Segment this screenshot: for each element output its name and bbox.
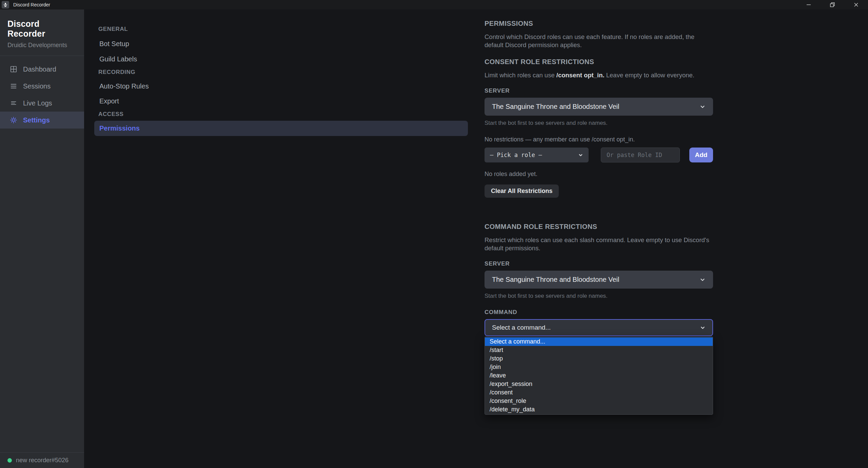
dropdown-option-export-session[interactable]: /export_session: [485, 380, 713, 388]
sidebar-item-label: Settings: [23, 116, 50, 124]
clear-all-restrictions-button[interactable]: Clear All Restrictions: [485, 184, 559, 198]
org-name: Druidic Developments: [7, 42, 77, 49]
permissions-description: Control which Discord roles can use each…: [485, 33, 713, 49]
sidebar-item-label: Sessions: [23, 82, 51, 90]
sidebar-item-dashboard[interactable]: Dashboard: [0, 61, 84, 78]
command-server-label: SERVER: [485, 260, 713, 267]
settings-section-recording: RECORDING: [98, 68, 468, 76]
command-server-select[interactable]: The Sanguine Throne and Bloodstone Veil: [485, 271, 713, 289]
dropdown-option-start[interactable]: /start: [485, 346, 713, 354]
dropdown-option-consent-role[interactable]: /consent_role: [485, 397, 713, 405]
bot-status-bar: new recorder#5026: [0, 452, 84, 468]
desc-bold-command: /consent opt_in.: [556, 72, 605, 79]
settings-item-bot-setup[interactable]: Bot Setup: [99, 39, 468, 48]
settings-nav: GENERAL Bot Setup Guild Labels RECORDING…: [94, 9, 468, 136]
dropdown-option-leave[interactable]: /leave: [485, 371, 713, 380]
command-server-value: The Sanguine Throne and Bloodstone Veil: [492, 276, 619, 284]
dropdown-option-placeholder[interactable]: Select a command...: [485, 337, 713, 346]
dropdown-option-delete-my-data[interactable]: /delete_my_data: [485, 405, 713, 414]
consent-restrictions-description: Limit which roles can use /consent opt_i…: [485, 71, 713, 79]
desc-suffix: Leave empty to allow everyone.: [605, 72, 694, 79]
permissions-panel: PERMISSIONS Control which Discord roles …: [485, 9, 713, 336]
settings-item-permissions[interactable]: Permissions: [94, 121, 468, 136]
no-restrictions-text: No restrictions — any member can use /co…: [485, 136, 713, 143]
app-microphone-icon: [2, 1, 9, 8]
permissions-title: PERMISSIONS: [485, 20, 713, 27]
settings-section-access: ACCESS: [98, 110, 468, 118]
dropdown-option-stop[interactable]: /stop: [485, 354, 713, 363]
sidebar: Discord Recorder Druidic Developments Da…: [0, 9, 84, 468]
live-logs-icon: [9, 99, 18, 107]
settings-item-export[interactable]: Export: [99, 97, 468, 105]
titlebar: Discord Recorder: [0, 0, 868, 9]
sidebar-item-sessions[interactable]: Sessions: [0, 78, 84, 95]
sidebar-item-label: Live Logs: [23, 99, 52, 107]
chevron-down-icon: [700, 325, 706, 331]
dropdown-option-join[interactable]: /join: [485, 363, 713, 371]
command-select-wrap: Select a command... Select a command... …: [485, 319, 713, 336]
command-select-value: Select a command...: [492, 324, 551, 331]
chevron-down-icon: [699, 277, 706, 283]
sidebar-item-settings[interactable]: Settings: [0, 112, 84, 129]
no-roles-text: No roles added yet.: [485, 171, 713, 178]
consent-server-label: SERVER: [485, 87, 713, 94]
gear-icon: [9, 116, 18, 124]
consent-server-select[interactable]: The Sanguine Throne and Bloodstone Veil: [485, 98, 713, 116]
pick-role-value: — Pick a role —: [490, 152, 542, 158]
chevron-down-icon: [578, 153, 583, 158]
restore-button[interactable]: [821, 0, 844, 9]
window-controls: [797, 0, 868, 9]
online-status-dot: [7, 458, 12, 463]
command-restrictions-title: COMMAND ROLE RESTRICTIONS: [485, 223, 713, 231]
dropdown-option-consent[interactable]: /consent: [485, 388, 713, 397]
command-server-helper: Start the bot first to see servers and r…: [485, 293, 713, 299]
command-restrictions-section: COMMAND ROLE RESTRICTIONS Restrict which…: [485, 223, 713, 336]
command-select[interactable]: Select a command...: [485, 319, 713, 336]
dashboard-grid-icon: [9, 65, 18, 73]
add-role-button[interactable]: Add: [689, 148, 713, 162]
settings-section-general: GENERAL: [98, 25, 468, 33]
bot-username: new recorder#5026: [16, 457, 68, 464]
role-id-input[interactable]: [601, 148, 680, 162]
settings-item-auto-stop-rules[interactable]: Auto-Stop Rules: [99, 82, 468, 91]
command-dropdown: Select a command... /start /stop /join /…: [485, 336, 713, 415]
consent-server-helper: Start the bot first to see servers and r…: [485, 120, 713, 126]
command-restrictions-description: Restrict which roles can use each slash …: [485, 236, 713, 252]
sidebar-item-live-logs[interactable]: Live Logs: [0, 95, 84, 112]
chevron-down-icon: [699, 104, 706, 110]
sessions-list-icon: [9, 82, 18, 90]
sidebar-header: Discord Recorder Druidic Developments: [0, 9, 84, 56]
pick-role-select[interactable]: — Pick a role —: [485, 148, 589, 162]
role-picker-row: — Pick a role — Add: [485, 148, 713, 162]
minimize-button[interactable]: [797, 0, 821, 9]
sidebar-item-label: Dashboard: [23, 65, 56, 73]
consent-server-value: The Sanguine Throne and Bloodstone Veil: [492, 103, 619, 111]
desc-prefix: Limit which roles can use: [485, 72, 556, 79]
close-button[interactable]: [844, 0, 868, 9]
consent-restrictions-title: CONSENT ROLE RESTRICTIONS: [485, 58, 713, 66]
window-title: Discord Recorder: [13, 2, 50, 7]
sidebar-nav: Dashboard Sessions Live Logs: [0, 61, 84, 129]
settings-item-guild-labels[interactable]: Guild Labels: [99, 55, 468, 63]
app-name: Discord Recorder: [7, 19, 77, 39]
command-label: COMMAND: [485, 309, 713, 316]
